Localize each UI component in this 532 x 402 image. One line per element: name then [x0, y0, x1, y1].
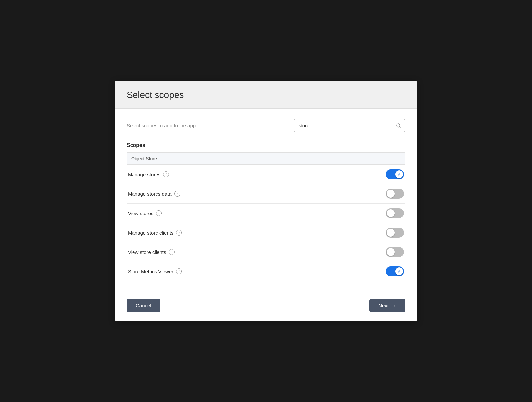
search-row: Select scopes to add to the app. [127, 119, 405, 132]
svg-point-0 [397, 124, 400, 127]
scopes-section: Scopes Object Store Manage storesi✓Manag… [127, 142, 405, 281]
toggle-thumb [387, 209, 395, 217]
cancel-button[interactable]: Cancel [127, 299, 160, 312]
scope-row: Manage storesi✓ [127, 165, 405, 184]
next-button[interactable]: Next → [369, 299, 405, 312]
toggle-thumb: ✓ [395, 170, 403, 178]
toggle-manage-stores-data[interactable] [386, 189, 404, 199]
modal: Select scopes Select scopes to add to th… [115, 81, 417, 321]
scope-label-text: Manage stores data [128, 191, 172, 197]
search-input[interactable] [294, 119, 405, 132]
modal-header: Select scopes [115, 81, 417, 109]
scope-row: Store Metrics Vieweri✓ [127, 262, 405, 281]
toggle-thumb [387, 248, 395, 256]
toggle-checkmark: ✓ [398, 172, 401, 177]
next-label: Next [378, 303, 389, 308]
scope-row: View storesi [127, 204, 405, 223]
toggle-store-metrics-viewer[interactable]: ✓ [386, 266, 404, 276]
scope-label-text: Manage store clients [128, 230, 173, 236]
info-icon[interactable]: i [163, 171, 169, 177]
scope-label: View store clientsi [128, 249, 175, 255]
scope-row: Manage store clientsi [127, 223, 405, 242]
info-icon[interactable]: i [156, 210, 162, 216]
scope-label-text: Store Metrics Viewer [128, 269, 173, 274]
scope-label: Manage storesi [128, 171, 169, 177]
scope-label: View storesi [128, 210, 162, 216]
toggle-manage-store-clients[interactable] [386, 228, 404, 238]
toggle-manage-stores[interactable]: ✓ [386, 169, 404, 179]
modal-title: Select scopes [127, 90, 405, 100]
info-icon[interactable]: i [176, 230, 182, 236]
scope-row: View store clientsi [127, 242, 405, 262]
search-description: Select scopes to add to the app. [127, 123, 197, 128]
info-icon[interactable]: i [174, 191, 180, 197]
modal-body: Select scopes to add to the app. Scopes … [115, 109, 417, 292]
scope-category: Object Store [127, 152, 405, 165]
toggle-thumb [387, 190, 395, 198]
svg-line-1 [399, 127, 400, 128]
scope-label-text: View store clients [128, 249, 166, 255]
toggle-thumb: ✓ [395, 267, 403, 275]
scope-label: Manage stores datai [128, 191, 180, 197]
scope-rows-container: Manage storesi✓Manage stores dataiView s… [127, 165, 405, 281]
cancel-label: Cancel [136, 303, 151, 308]
info-icon[interactable]: i [169, 249, 175, 255]
toggle-checkmark: ✓ [398, 269, 401, 274]
scope-label-text: View stores [128, 211, 153, 216]
search-icon [396, 123, 401, 129]
scope-label-text: Manage stores [128, 172, 160, 177]
scope-label: Manage store clientsi [128, 230, 182, 236]
next-arrow-icon: → [391, 303, 396, 308]
toggle-view-store-clients[interactable] [386, 247, 404, 257]
scopes-heading: Scopes [127, 142, 405, 148]
toggle-thumb [387, 229, 395, 237]
scope-label: Store Metrics Vieweri [128, 268, 182, 274]
modal-footer: Cancel Next → [115, 292, 417, 321]
info-icon[interactable]: i [176, 268, 182, 274]
search-input-wrapper [294, 119, 405, 132]
scope-row: Manage stores datai [127, 184, 405, 204]
toggle-view-stores[interactable] [386, 208, 404, 218]
